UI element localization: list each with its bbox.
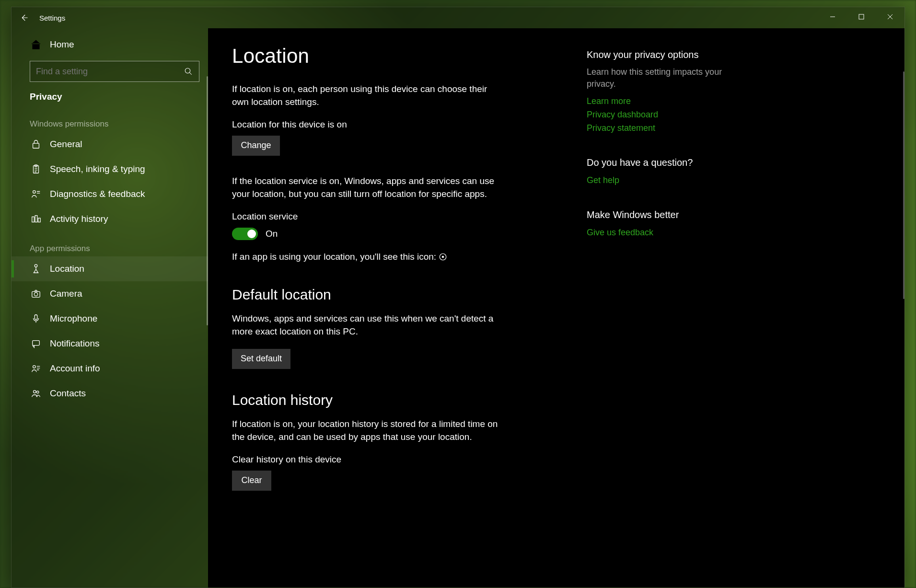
sidebar-item-contacts[interactable]: Contacts bbox=[12, 381, 208, 406]
toggle-track[interactable] bbox=[232, 228, 258, 240]
maximize-button[interactable] bbox=[847, 7, 876, 26]
sidebar: Home Privacy Windows permissions General… bbox=[12, 28, 208, 588]
svg-point-9 bbox=[35, 265, 37, 267]
feedback-icon bbox=[30, 189, 42, 199]
location-in-use-icon bbox=[439, 253, 447, 261]
nav-label: Camera bbox=[50, 288, 82, 299]
toggle-thumb bbox=[247, 230, 256, 238]
link-privacy-dashboard[interactable]: Privacy dashboard bbox=[587, 108, 745, 122]
intro-text: If location is on, each person using thi… bbox=[232, 83, 505, 109]
clear-button[interactable]: Clear bbox=[232, 471, 271, 491]
nav-label: Microphone bbox=[50, 313, 97, 324]
camera-icon bbox=[30, 288, 42, 299]
home-icon bbox=[30, 38, 42, 51]
svg-point-18 bbox=[442, 256, 444, 258]
change-button[interactable]: Change bbox=[232, 136, 280, 156]
svg-point-15 bbox=[34, 391, 36, 393]
clear-history-label: Clear history on this device bbox=[232, 454, 558, 465]
location-service-toggle[interactable]: On bbox=[232, 228, 558, 240]
default-location-text: Windows, apps and services can use this … bbox=[232, 312, 505, 338]
set-default-button[interactable]: Set default bbox=[232, 349, 290, 369]
sidebar-group-windows-permissions: Windows permissions bbox=[12, 107, 208, 132]
svg-rect-7 bbox=[35, 216, 37, 222]
sidebar-group-app-permissions: App permissions bbox=[12, 231, 208, 256]
sidebar-item-activity-history[interactable]: Activity history bbox=[12, 207, 208, 231]
side-column: Know your privacy options Learn how this… bbox=[582, 28, 764, 588]
notify-icon bbox=[30, 338, 42, 349]
side-heading: Know your privacy options bbox=[587, 49, 745, 60]
caption-buttons bbox=[818, 7, 904, 26]
location-icon-note: If an app is using your location, you'll… bbox=[232, 251, 505, 264]
search-input[interactable] bbox=[30, 61, 199, 82]
nav-label: Location bbox=[50, 264, 84, 274]
toggle-state-label: On bbox=[266, 229, 278, 239]
svg-rect-2 bbox=[33, 143, 39, 148]
sidebar-category: Privacy bbox=[12, 89, 208, 102]
svg-rect-12 bbox=[35, 315, 37, 320]
sidebar-home-label: Home bbox=[50, 39, 74, 50]
sidebar-item-account-info[interactable]: Account info bbox=[12, 356, 208, 381]
page-title: Location bbox=[232, 45, 558, 68]
svg-rect-13 bbox=[33, 341, 40, 346]
sidebar-home[interactable]: Home bbox=[12, 32, 208, 57]
svg-point-11 bbox=[34, 292, 37, 296]
link-privacy-statement[interactable]: Privacy statement bbox=[587, 122, 745, 135]
history-icon bbox=[30, 214, 42, 224]
arrow-left-icon bbox=[20, 13, 28, 22]
side-block-question: Do you have a question? Get help bbox=[587, 157, 745, 187]
sidebar-item-diagnostics[interactable]: Diagnostics & feedback bbox=[12, 182, 208, 207]
link-learn-more[interactable]: Learn more bbox=[587, 95, 745, 108]
svg-rect-6 bbox=[32, 217, 35, 222]
settings-window: Settings Home Privacy Windows perm bbox=[11, 7, 905, 588]
side-heading: Make Windows better bbox=[587, 209, 745, 220]
sidebar-item-general[interactable]: General bbox=[12, 132, 208, 157]
window-title: Settings bbox=[36, 14, 65, 22]
minimize-button[interactable] bbox=[818, 7, 847, 26]
location-history-heading: Location history bbox=[232, 392, 558, 408]
scrollbar-right[interactable] bbox=[903, 71, 904, 299]
nav-label: Contacts bbox=[50, 388, 86, 399]
service-intro-text: If the location service is on, Windows, … bbox=[232, 175, 505, 201]
link-get-help[interactable]: Get help bbox=[587, 174, 745, 187]
account-icon bbox=[30, 363, 42, 374]
sidebar-item-location[interactable]: Location bbox=[12, 256, 208, 281]
search-container bbox=[12, 57, 208, 89]
link-give-feedback[interactable]: Give us feedback bbox=[587, 226, 745, 240]
device-status-label: Location for this device is on bbox=[232, 119, 558, 130]
content-area: Location If location is on, each person … bbox=[208, 28, 904, 588]
nav-label: Account info bbox=[50, 363, 100, 374]
nav-label: General bbox=[50, 139, 82, 150]
sidebar-item-notifications[interactable]: Notifications bbox=[12, 331, 208, 356]
nav-label: Diagnostics & feedback bbox=[50, 189, 145, 199]
location-service-label: Location service bbox=[232, 211, 558, 222]
close-button[interactable] bbox=[876, 7, 904, 26]
sidebar-item-speech[interactable]: Speech, inking & typing bbox=[12, 157, 208, 182]
nav-label: Speech, inking & typing bbox=[50, 164, 145, 174]
title-bar: Settings bbox=[12, 7, 904, 28]
contacts-icon bbox=[30, 388, 42, 399]
side-heading: Do you have a question? bbox=[587, 157, 745, 168]
clipboard-icon bbox=[30, 164, 42, 174]
sidebar-item-camera[interactable]: Camera bbox=[12, 281, 208, 306]
location-icon bbox=[30, 264, 42, 274]
default-location-heading: Default location bbox=[232, 287, 558, 303]
svg-point-5 bbox=[33, 191, 36, 194]
sidebar-item-microphone[interactable]: Microphone bbox=[12, 306, 208, 331]
side-block-feedback: Make Windows better Give us feedback bbox=[587, 209, 745, 240]
lock-icon bbox=[30, 139, 42, 150]
location-history-text: If location is on, your location history… bbox=[232, 418, 505, 444]
main-column: Location If location is on, each person … bbox=[208, 28, 582, 588]
back-button[interactable] bbox=[12, 7, 36, 28]
svg-point-14 bbox=[33, 366, 36, 369]
side-block-privacy-options: Know your privacy options Learn how this… bbox=[587, 49, 745, 135]
nav-label: Notifications bbox=[50, 338, 100, 349]
nav-label: Activity history bbox=[50, 214, 108, 224]
svg-rect-8 bbox=[38, 218, 41, 222]
mic-icon bbox=[30, 313, 42, 324]
svg-point-16 bbox=[36, 391, 39, 393]
svg-rect-0 bbox=[859, 14, 864, 19]
side-text: Learn how this setting impacts your priv… bbox=[587, 66, 745, 90]
